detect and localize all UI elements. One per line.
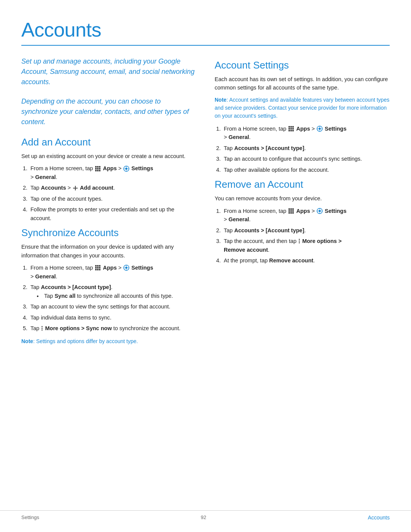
svg-rect-42 [290, 130, 292, 131]
svg-rect-35 [288, 126, 290, 128]
left-column: Set up and manage accounts, including yo… [21, 56, 196, 350]
svg-point-45 [319, 128, 321, 130]
svg-rect-19 [99, 265, 100, 267]
add-account-description: Set up an existing account on your devic… [21, 152, 196, 160]
svg-rect-57 [290, 212, 292, 214]
svg-rect-23 [95, 269, 97, 270]
svg-rect-36 [290, 126, 292, 128]
svg-rect-54 [290, 210, 292, 212]
remove-step-3: Tap the account, and then tap More optio… [222, 237, 390, 254]
svg-rect-37 [292, 126, 294, 128]
add-account-step-2: Tap Accounts > Add account. [29, 184, 196, 192]
synchronize-accounts-steps: From a Home screen, tap Apps > [29, 264, 196, 332]
settings-icon-4 [317, 208, 323, 214]
svg-point-60 [319, 210, 321, 212]
svg-rect-4 [97, 168, 99, 169]
svg-rect-2 [99, 166, 100, 168]
svg-rect-41 [288, 130, 290, 131]
account-settings-description: Each account has its own set of settings… [215, 75, 390, 92]
sync-step-5: Tap More options > Sync now to synchroni… [29, 324, 196, 332]
svg-rect-25 [99, 269, 100, 270]
sync-bullets: Tap Sync all to synchronize all accounts… [43, 292, 196, 300]
svg-rect-39 [290, 128, 292, 129]
synchronize-accounts-heading: Synchronize Accounts [21, 227, 196, 239]
svg-rect-20 [95, 267, 97, 268]
intro-paragraph-1: Set up and manage accounts, including yo… [21, 56, 196, 87]
svg-rect-40 [292, 128, 294, 129]
svg-rect-17 [95, 265, 97, 267]
svg-rect-8 [99, 170, 100, 171]
account-settings-note: Note: Account settings and available fea… [215, 96, 390, 120]
sync-step-3: Tap an account to view the sync settings… [29, 302, 196, 311]
two-column-layout: Set up and manage accounts, including yo… [21, 56, 390, 350]
svg-rect-1 [97, 166, 99, 168]
svg-rect-55 [292, 210, 294, 212]
add-account-heading: Add an Account [21, 136, 196, 148]
svg-point-10 [125, 168, 127, 170]
svg-point-33 [41, 328, 43, 329]
svg-rect-51 [290, 208, 292, 210]
acct-settings-step-1: From a Home screen, tap Apps > [222, 125, 390, 142]
sync-step-2: Tap Accounts > [Account type]. Tap Sync … [29, 283, 196, 300]
apps-icon-4 [288, 208, 294, 214]
page-footer: Settings 92 Accounts [0, 510, 411, 521]
svg-rect-52 [292, 208, 294, 210]
svg-rect-56 [288, 212, 290, 214]
svg-rect-3 [95, 168, 97, 169]
remove-account-description: You can remove accounts from your device… [215, 194, 390, 203]
title-divider [21, 45, 390, 46]
svg-point-67 [299, 242, 300, 243]
remove-step-1: From a Home screen, tap Apps > [222, 207, 390, 224]
add-account-step-3: Tap one of the account types. [29, 195, 196, 203]
right-column: Account Settings Each account has its ow… [215, 56, 390, 350]
more-options-icon-2 [298, 238, 300, 244]
svg-point-27 [125, 267, 127, 269]
remove-step-2: Tap Accounts > [Account type]. [222, 226, 390, 235]
svg-point-32 [41, 326, 43, 327]
apps-icon [95, 166, 101, 172]
footer-center: 92 [201, 514, 206, 521]
intro-paragraph-2: Depending on the account, you can choose… [21, 96, 196, 127]
remove-step-4: At the prompt, tap Remove account. [222, 256, 390, 265]
apps-icon-3 [288, 126, 294, 132]
acct-settings-step-2: Tap Accounts > [Account type]. [222, 144, 390, 152]
sync-step-4: Tap individual data items to sync. [29, 313, 196, 322]
svg-rect-50 [288, 208, 290, 210]
svg-point-34 [41, 329, 43, 331]
add-account-steps: From a Home screen, tap Apps > [29, 164, 196, 222]
sync-bullet-1: Tap Sync all to synchronize all accounts… [43, 292, 196, 300]
svg-rect-18 [97, 265, 99, 267]
footer-left: Settings [21, 514, 39, 521]
remove-account-steps: From a Home screen, tap Apps > [222, 207, 390, 265]
svg-rect-43 [292, 130, 294, 131]
svg-rect-21 [97, 267, 99, 268]
svg-rect-58 [292, 212, 294, 214]
svg-rect-5 [99, 168, 100, 169]
svg-rect-0 [95, 166, 97, 168]
synchronize-accounts-description: Ensure that the information on your devi… [21, 243, 196, 260]
add-icon [73, 185, 78, 191]
page-container: Accounts Set up and manage accounts, inc… [0, 0, 411, 373]
sync-note: Note: Settings and options differ by acc… [21, 337, 196, 345]
account-settings-steps: From a Home screen, tap Apps > [222, 125, 390, 174]
svg-point-65 [299, 239, 300, 240]
sync-step-1: From a Home screen, tap Apps > [29, 264, 196, 281]
svg-rect-24 [97, 269, 99, 270]
remove-account-heading: Remove an Account [215, 179, 390, 190]
settings-icon-3 [317, 126, 323, 132]
svg-point-66 [299, 241, 300, 242]
acct-settings-step-3: Tap an account to configure that account… [222, 155, 390, 163]
apps-icon-2 [95, 265, 101, 271]
settings-icon-1 [123, 166, 129, 172]
svg-rect-53 [288, 210, 290, 212]
add-account-step-1: From a Home screen, tap Apps > [29, 164, 196, 181]
footer-right: Accounts [368, 514, 390, 521]
acct-settings-step-4: Tap other available options for the acco… [222, 166, 390, 174]
svg-rect-38 [288, 128, 290, 129]
account-settings-heading: Account Settings [215, 59, 390, 71]
more-options-icon-1 [41, 326, 43, 331]
settings-icon-2 [123, 265, 129, 271]
svg-rect-6 [95, 170, 97, 171]
add-account-step-4: Follow the prompts to enter your credent… [29, 205, 196, 222]
svg-rect-7 [97, 170, 99, 171]
